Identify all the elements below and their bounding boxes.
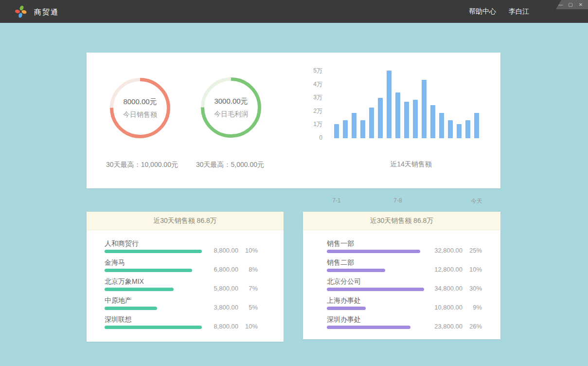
list-item-bar-track — [105, 326, 202, 329]
list-item-amount: 3,800.00 — [204, 304, 238, 311]
y-tick-label: 5万 — [296, 67, 322, 74]
bar — [448, 120, 453, 138]
list-item-values: 12,800.00 10% — [428, 266, 482, 273]
list-item-bar — [327, 269, 385, 272]
maximize-icon[interactable]: ▢ — [568, 2, 573, 7]
bar — [369, 108, 374, 138]
customer-card-title: 近30天销售额 86.8万 — [87, 212, 284, 230]
x-tick-label: 7-1 — [332, 197, 340, 204]
list-item-percent: 5% — [244, 304, 258, 311]
list-item: 中原地产 3,800.00 5% — [87, 296, 284, 315]
list-item-percent: 7% — [244, 285, 258, 292]
bar — [387, 71, 392, 138]
list-item-values: 8,800.00 10% — [204, 323, 258, 330]
bar — [395, 92, 400, 138]
list-item-values: 34,800.00 30% — [428, 285, 482, 292]
brand: 商贸通 — [15, 5, 59, 18]
bar — [343, 120, 348, 138]
list-item-values: 5,800.00 7% — [204, 285, 258, 292]
y-tick-label: 3万 — [296, 93, 322, 101]
list-item: 深圳办事处 23,800.00 26% — [303, 315, 500, 334]
list-item: 上海办事处 10,800.00 9% — [303, 296, 500, 315]
today-profit-donut: 3000.00元 今日毛利润 — [197, 73, 265, 142]
list-item-bar-track — [105, 250, 202, 253]
today-sales-donut: 8000.00元 今日销售额 — [106, 74, 174, 142]
list-item-bar — [105, 307, 157, 310]
list-item-values: 8,800.00 10% — [204, 247, 258, 254]
bar — [439, 113, 444, 138]
today-sales-label: 今日销售额 — [123, 110, 157, 119]
bar — [352, 113, 356, 138]
y-tick-label: 4万 — [296, 80, 322, 88]
list-item-bar — [105, 326, 202, 329]
minimize-icon[interactable]: — — [557, 2, 563, 7]
bar — [430, 105, 435, 138]
list-item: 销售一部 32,800.00 25% — [303, 239, 500, 258]
bar — [413, 100, 418, 138]
list-item: 人和商贸行 8,800.00 10% — [87, 239, 284, 258]
x-tick-label: 今天 — [471, 197, 482, 205]
department-rows: 销售一部 32,800.00 25% 销售二部 12,800.00 10% 北京… — [303, 230, 500, 334]
department-card-title: 近30天销售额 86.8万 — [303, 212, 500, 230]
list-item-amount: 8,800.00 — [204, 323, 238, 330]
list-item-percent: 10% — [468, 266, 482, 273]
list-item-amount: 32,800.00 — [428, 247, 463, 254]
list-item-percent: 25% — [468, 247, 482, 254]
list-item-bar-track — [327, 250, 424, 253]
list-item-percent: 30% — [468, 285, 482, 292]
app-logo-icon — [15, 5, 27, 18]
list-item-percent: 9% — [468, 304, 482, 311]
bar — [465, 120, 470, 138]
list-item-bar — [105, 269, 192, 272]
list-item-values: 6,800.00 8% — [204, 266, 258, 273]
list-item-bar — [327, 326, 410, 329]
y-tick-label: 1万 — [296, 120, 322, 128]
list-item-percent: 8% — [244, 266, 258, 273]
customer-sales-card: 近30天销售额 86.8万 人和商贸行 8,800.00 10% 金海马 6,8… — [87, 212, 284, 342]
list-item: 金海马 6,800.00 8% — [87, 258, 284, 277]
bar — [334, 124, 339, 138]
x-tick-label: 7-8 — [393, 197, 402, 204]
list-item-amount: 34,800.00 — [428, 285, 463, 292]
list-item-percent: 10% — [244, 247, 258, 254]
list-item-amount: 6,800.00 — [204, 266, 238, 273]
department-sales-card: 近30天销售额 86.8万 销售一部 32,800.00 25% 销售二部 12… — [303, 212, 500, 339]
bar — [474, 113, 479, 138]
bar — [422, 80, 427, 138]
list-item-amount: 12,800.00 — [428, 266, 463, 273]
today-sales-value: 8000.00元 — [123, 97, 157, 107]
list-item-bar-track — [105, 307, 202, 310]
app-title: 商贸通 — [34, 5, 59, 18]
header-links: 帮助中心 李白江 — [469, 0, 529, 23]
customer-rows: 人和商贸行 8,800.00 10% 金海马 6,800.00 8% 北京万象M… — [87, 230, 284, 334]
today-profit-label: 今日毛利润 — [214, 110, 248, 119]
list-item-bar — [327, 250, 420, 253]
list-item-amount: 5,800.00 — [204, 285, 238, 292]
help-center-link[interactable]: 帮助中心 — [469, 7, 496, 16]
list-item-bar-track — [105, 288, 202, 291]
list-item-percent: 10% — [244, 323, 258, 330]
list-item-bar-track — [327, 307, 424, 310]
overview-card: 8000.00元 今日销售额 30天最高：10,000.00元 3000.00元… — [87, 53, 500, 188]
list-item-values: 3,800.00 5% — [204, 304, 258, 311]
user-menu[interactable]: 李白江 — [509, 7, 529, 16]
window-controls: — ▢ ✕ — [556, 0, 588, 9]
bar-chart-y-axis: 5万4万3万2万1万0 — [296, 53, 322, 150]
list-item-bar — [327, 307, 366, 310]
list-item-bar — [105, 250, 202, 253]
y-tick-label: 2万 — [296, 107, 322, 115]
list-item: 销售二部 12,800.00 10% — [303, 258, 500, 277]
list-item-bar-track — [327, 326, 424, 329]
list-item: 深圳联想 8,800.00 10% — [87, 315, 284, 334]
list-item-amount: 10,800.00 — [428, 304, 463, 311]
list-item-values: 10,800.00 9% — [428, 304, 482, 311]
close-icon[interactable]: ✕ — [578, 2, 584, 7]
bar — [378, 98, 383, 138]
profit-30day-max: 30天最高：5,000.00元 — [177, 161, 284, 169]
list-item-bar — [105, 288, 174, 291]
list-item-values: 32,800.00 25% — [428, 247, 482, 254]
bar-chart-title: 近14天销售额 — [362, 160, 460, 169]
list-item-amount: 23,800.00 — [428, 323, 463, 330]
list-item: 北京分公司 34,800.00 30% — [303, 277, 500, 296]
titlebar: 商贸通 帮助中心 李白江 — ▢ ✕ — [0, 0, 588, 23]
